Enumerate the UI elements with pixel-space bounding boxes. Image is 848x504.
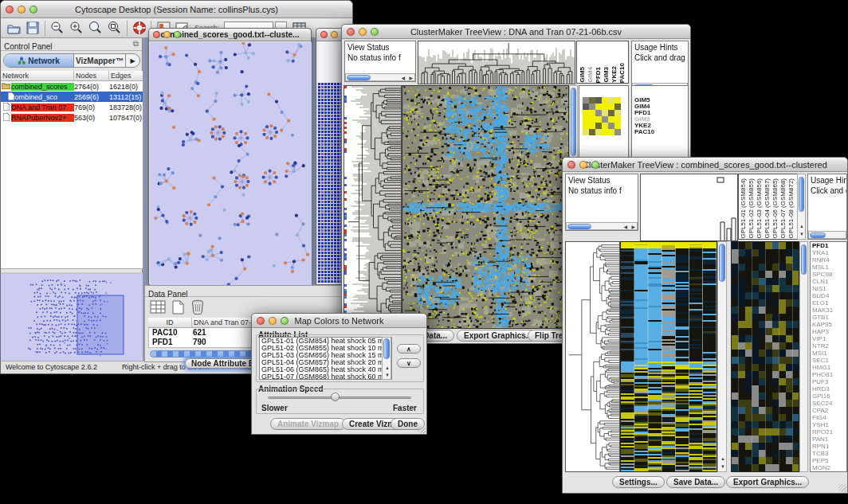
speed-slider-track[interactable] <box>268 397 411 399</box>
attribute-list-scrollbar[interactable]: ▲ ▼ <box>382 337 391 380</box>
birds-eye-view[interactable] <box>1 272 143 362</box>
col-network[interactable]: Network <box>1 71 74 80</box>
resize-grip[interactable] <box>838 484 846 492</box>
attribute-item[interactable]: GPL51-07 (GSM868) heat shock 60 min <box>261 373 391 380</box>
gene-label[interactable]: RPO21 <box>812 428 846 436</box>
gene-label[interactable]: GIM4 <box>634 104 688 110</box>
network-row[interactable]: RNAPuberNov2+ 563(0) 107847(0) <box>1 112 143 123</box>
float-panel-icon[interactable]: ⧉ <box>133 39 139 49</box>
column-label[interactable]: GPL51-04 (GSM857) <box>764 178 771 239</box>
gene-label[interactable]: SEC1 <box>812 357 846 364</box>
close-icon[interactable] <box>153 31 160 38</box>
minimize-icon[interactable] <box>163 31 171 38</box>
zoom-heatmap-canvas[interactable] <box>731 241 799 472</box>
column-label[interactable]: GIM5 <box>579 67 587 83</box>
close-icon[interactable] <box>6 6 14 14</box>
birds-eye-canvas[interactable] <box>1 274 143 362</box>
minimize-icon[interactable] <box>18 6 26 14</box>
gene-label[interactable]: SEC24 <box>812 400 846 407</box>
gene-label[interactable]: PFD1 <box>634 110 688 116</box>
tab-vizmapper[interactable]: VizMapper™ <box>74 54 125 67</box>
open-file-icon[interactable] <box>7 21 21 35</box>
column-labels-scrollbar[interactable]: ▲ ▼ <box>797 174 806 240</box>
zoom-window-icon[interactable] <box>29 6 37 14</box>
column-label[interactable]: GIM4 <box>587 67 595 83</box>
save-icon[interactable] <box>26 21 39 34</box>
gene-label[interactable]: GTB1 <box>812 314 846 321</box>
network-view-canvas[interactable] <box>150 42 312 285</box>
column-label[interactable]: PFD1 <box>595 67 603 83</box>
column-label[interactable]: GPL51-07 (GSM868) <box>779 178 787 239</box>
scroll-right-icon[interactable]: ▶ <box>409 75 413 81</box>
zoom-selected-icon[interactable] <box>108 21 122 35</box>
close-icon[interactable] <box>320 31 328 38</box>
gene-label[interactable]: PAN1 <box>812 436 846 443</box>
column-label[interactable]: GIM3 <box>603 67 610 83</box>
zoom-in-icon[interactable] <box>69 21 84 35</box>
gene-label[interactable]: NIS1 <box>812 285 846 292</box>
gene-label[interactable]: YRA1 <box>812 249 846 256</box>
main-titlebar[interactable]: Cytoscape Desktop (Session Name: collins… <box>1 1 352 18</box>
gene-label[interactable]: KAP95 <box>812 321 846 328</box>
export-graphics-button[interactable]: Export Graphics... <box>726 476 809 488</box>
gene-label[interactable]: GIM5 <box>634 97 688 104</box>
zoom-out-icon[interactable] <box>50 21 65 35</box>
column-label[interactable]: GPL51-06 (GSM865) <box>771 178 779 239</box>
network-window-1-titlebar[interactable]: combined_scores_good.txt--cluste... <box>149 29 311 41</box>
gene-label[interactable]: ELG1 <box>812 299 846 307</box>
help-lifesaver-icon[interactable] <box>132 21 147 35</box>
close-icon[interactable] <box>567 161 575 169</box>
zoom-fit-icon[interactable] <box>88 21 103 35</box>
save-data-button[interactable]: Save Data... <box>666 476 725 488</box>
gene-label[interactable]: MSI1 <box>812 350 846 357</box>
zoom-window-icon[interactable] <box>174 31 181 38</box>
col-edges[interactable]: Edges <box>109 71 143 80</box>
zoom-window-icon[interactable] <box>591 161 599 169</box>
animate-vizmap-button[interactable]: Animate Vizmap <box>270 418 346 430</box>
gene-label[interactable]: HMG1 <box>812 364 846 371</box>
column-label[interactable]: GPL51-08 (GSM872) <box>787 178 795 239</box>
scroll-down-icon[interactable]: ▼ <box>385 372 390 378</box>
gene-label[interactable]: HAP3 <box>812 328 846 335</box>
gene-label[interactable]: SPC98 <box>812 271 846 278</box>
scroll-up-icon[interactable]: ▲ <box>720 455 725 462</box>
attribute-list[interactable]: GPL51-01 (GSM854) heat shock 05 minGPL51… <box>259 337 392 380</box>
minimize-icon[interactable] <box>269 317 277 325</box>
gene-label[interactable]: MAK31 <box>812 307 846 314</box>
network-row[interactable]: DNA and Tran 07 769(0) 183728(0) <box>1 102 143 112</box>
scroll-up-icon[interactable]: ▲ <box>385 365 390 371</box>
scroll-right-icon[interactable]: ▶ <box>631 224 635 230</box>
zoom-window-icon[interactable] <box>371 28 379 36</box>
zoom-heatmap-canvas[interactable] <box>583 97 621 135</box>
move-up-button[interactable]: ∧ <box>397 344 421 354</box>
gene-label[interactable]: PEP5 <box>812 457 846 464</box>
table-icon[interactable] <box>150 300 166 315</box>
zoom-window-icon[interactable] <box>281 317 289 325</box>
gene-label[interactable]: CLN1 <box>812 278 846 285</box>
resize-grip[interactable] <box>418 425 426 433</box>
column-label[interactable]: GPL51-01 (GSM854) <box>740 178 748 239</box>
col-nodes[interactable]: Nodes <box>74 71 109 80</box>
column-dendrogram-canvas[interactable] <box>418 41 575 84</box>
row-dendrogram-canvas[interactable] <box>344 85 402 329</box>
map-colors-titlebar[interactable]: Map Colors to Network <box>252 314 426 328</box>
gene-label[interactable]: MON2 <box>812 464 846 471</box>
minimize-icon[interactable] <box>331 31 338 38</box>
usage-hints-scrollbar[interactable] <box>808 231 846 239</box>
column-label[interactable]: GPL51-03 (GSM856) <box>756 178 764 239</box>
gene-label[interactable]: PAC10 <box>634 129 688 135</box>
column-label[interactable]: YKE2 <box>610 66 618 83</box>
zoomview-vscrollbar[interactable] <box>799 241 808 472</box>
gene-label[interactable]: BUD4 <box>812 292 846 299</box>
close-icon[interactable] <box>257 317 265 325</box>
gene-label[interactable]: YKE2 <box>634 123 688 129</box>
gene-label[interactable]: YSH1 <box>812 421 846 428</box>
gene-label[interactable]: PFD1 <box>812 242 846 249</box>
gene-label[interactable]: VIP1 <box>812 335 846 342</box>
scroll-down-icon[interactable]: ▼ <box>799 231 804 237</box>
scroll-down-icon[interactable]: ▼ <box>720 463 725 470</box>
col-id[interactable]: ID <box>148 318 192 327</box>
global-heatmap-canvas[interactable] <box>620 241 717 472</box>
gene-label[interactable]: FIG4 <box>812 414 846 421</box>
column-dendrogram-canvas[interactable] <box>640 174 738 241</box>
